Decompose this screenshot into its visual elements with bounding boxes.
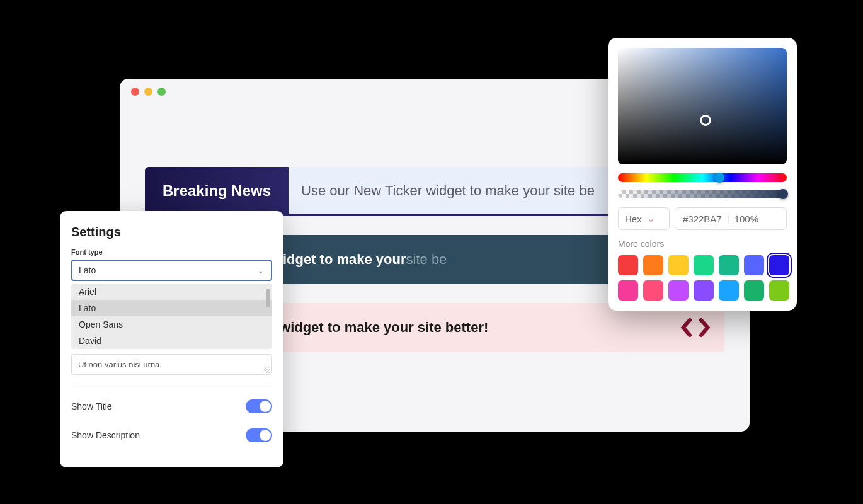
hue-slider[interactable] (618, 173, 787, 182)
color-swatch-3[interactable] (694, 255, 714, 275)
font-option-opensans[interactable]: Open Sans (71, 316, 272, 333)
font-type-label: Font type (71, 248, 272, 256)
toggle-knob (260, 430, 271, 441)
textarea-value: Ut non varius nisi urna. (78, 360, 162, 369)
chevron-left-icon[interactable] (679, 318, 693, 337)
color-swatch-10[interactable] (694, 280, 714, 301)
font-option-ariel[interactable]: Ariel (71, 284, 272, 300)
show-title-label: Show Title (71, 401, 112, 411)
chevron-down-icon: ⌄ (647, 213, 655, 224)
color-swatch-5[interactable] (744, 255, 764, 275)
color-input-row: Hex ⌄ #322BA7 | 100% (618, 207, 787, 230)
separator: | (727, 214, 729, 224)
hex-input[interactable]: #322BA7 | 100% (675, 207, 787, 230)
ticker2-text-post: site be (406, 251, 447, 268)
show-description-row: Show Description (71, 428, 272, 442)
chevron-down-icon: ⌄ (257, 265, 265, 275)
font-dropdown: Ariel Lato Open Sans David (71, 284, 272, 349)
settings-panel: Settings Font type Lato ⌄ Ariel Lato Ope… (60, 211, 283, 467)
format-value: Hex (625, 214, 642, 224)
color-picker-panel: Hex ⌄ #322BA7 | 100% More colors (608, 38, 797, 311)
window-close-dot[interactable] (131, 88, 139, 96)
show-title-toggle[interactable] (246, 399, 272, 413)
opacity-value: 100% (734, 214, 758, 224)
font-select-box[interactable]: Lato ⌄ (71, 260, 272, 281)
gradient-cursor-icon[interactable] (700, 115, 711, 126)
color-swatch-7[interactable] (618, 280, 638, 301)
saturation-gradient[interactable] (618, 48, 787, 164)
alpha-slider[interactable] (618, 190, 787, 198)
description-textarea[interactable]: Ut non varius nisi urna. (71, 354, 272, 375)
hex-value: #322BA7 (683, 214, 722, 224)
color-swatch-2[interactable] (668, 255, 689, 275)
toggle-knob (260, 401, 271, 412)
color-swatch-0[interactable] (618, 255, 638, 275)
color-format-select[interactable]: Hex ⌄ (618, 207, 670, 230)
chevron-right-icon[interactable] (698, 318, 712, 337)
color-swatch-6[interactable] (769, 255, 789, 275)
divider (71, 384, 272, 384)
color-swatch-1[interactable] (643, 255, 663, 275)
show-description-toggle[interactable] (246, 428, 272, 442)
color-swatch-8[interactable] (643, 280, 663, 301)
dropdown-scrollbar[interactable] (266, 289, 270, 307)
swatch-grid (618, 255, 787, 301)
settings-title: Settings (71, 225, 272, 239)
ticker3-nav (679, 318, 712, 337)
color-swatch-4[interactable] (719, 255, 739, 275)
resize-handle-icon[interactable] (264, 367, 270, 373)
color-swatch-11[interactable] (719, 280, 739, 301)
window-maximize-dot[interactable] (157, 88, 166, 96)
color-swatch-9[interactable] (668, 280, 689, 301)
hue-slider-thumb[interactable] (714, 173, 724, 183)
window-minimize-dot[interactable] (144, 88, 152, 96)
color-swatch-13[interactable] (769, 280, 789, 301)
alpha-slider-thumb[interactable] (778, 189, 788, 199)
ticker1-label: Breaking News (145, 167, 289, 214)
font-select-value: Lato (79, 265, 96, 275)
show-description-label: Show Description (71, 430, 140, 440)
show-title-row: Show Title (71, 399, 272, 413)
font-option-lato[interactable]: Lato (71, 300, 272, 316)
font-option-david[interactable]: David (71, 333, 272, 349)
color-swatch-12[interactable] (744, 280, 764, 301)
more-colors-label: More colors (618, 239, 787, 249)
